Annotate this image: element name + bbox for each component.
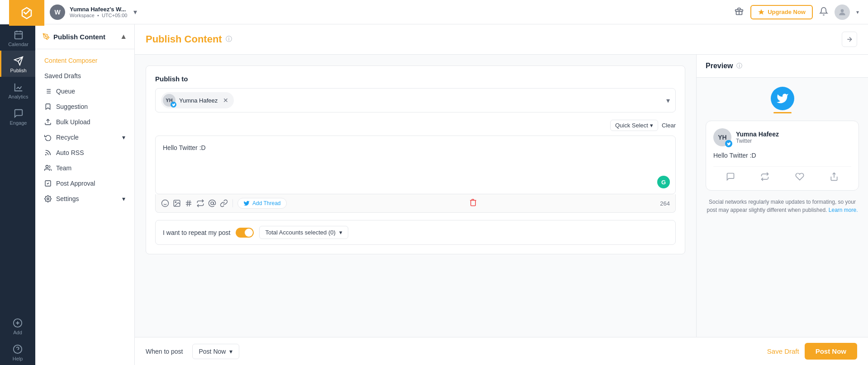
account-tag-name: Yumna Hafeez [179, 97, 218, 104]
sidebar-item-queue[interactable]: Queue [35, 84, 134, 99]
nav-item-engage[interactable]: Engage [0, 103, 35, 129]
publish-form: Publish to YH Yumna Hafeez [135, 55, 696, 337]
publish-form-inner: Publish to YH Yumna Hafeez [146, 66, 685, 254]
preview-post-text: Hello Twitter :D [713, 152, 851, 159]
save-draft-button[interactable]: Save Draft [767, 347, 799, 355]
quick-select-button[interactable]: Quick Select ▾ [610, 120, 658, 131]
nav-item-add[interactable]: Add [0, 313, 35, 339]
preview-card: YH Yumna Hafeez Twitter Hello Twitter :D [706, 121, 859, 191]
preview-panel: Preview ⓘ [696, 55, 868, 337]
total-accounts-select[interactable]: Total Accounts selected (0) ▾ [259, 226, 348, 239]
add-thread-button[interactable]: Add Thread [237, 198, 287, 209]
mention-icon[interactable] [208, 199, 216, 207]
sidebar-title: Publish Content [43, 33, 105, 41]
quick-select-chevron-icon: ▾ [650, 122, 653, 129]
post-text-content[interactable]: Hello Twitter :D [163, 143, 668, 153]
workspace-details: Yumna Hafeez's W... Workspace • UTC+05:0… [70, 6, 127, 18]
editor-toolbar: Add Thread 264 [155, 194, 676, 213]
app-container: Calendar Publish Analytics Engage Add He… [0, 0, 868, 365]
hashtag-icon[interactable] [185, 199, 193, 207]
text-editor[interactable]: Hello Twitter :D G [155, 136, 676, 194]
repeat-icon[interactable] [196, 199, 204, 207]
content-body: Publish to YH Yumna Hafeez [135, 55, 868, 337]
clear-button[interactable]: Clear [662, 122, 676, 129]
sidebar-item-recycle[interactable]: Recycle ▾ [35, 130, 134, 145]
svg-point-3 [841, 9, 844, 12]
gift-icon[interactable] [734, 6, 744, 18]
nav-item-help[interactable]: Help [0, 339, 35, 365]
account-tag-avatar: YH [163, 94, 175, 107]
preview-info-icon: ⓘ [736, 62, 742, 70]
svg-point-17 [46, 165, 48, 168]
account-selector[interactable]: YH Yumna Hafeez ✕ ▾ [155, 88, 676, 112]
info-icon: ⓘ [226, 35, 232, 43]
workspace-chevron-icon[interactable]: ▾ [133, 8, 137, 16]
sidebar-item-content-composer[interactable]: Content Composer [35, 53, 134, 68]
account-tag-close-icon[interactable]: ✕ [223, 97, 228, 104]
when-to-post-label: When to post [146, 348, 183, 355]
app-logo[interactable] [9, 0, 44, 26]
sidebar-menu: Content Composer Saved Drafts Queue Sugg… [35, 49, 134, 365]
emoji-icon[interactable] [161, 199, 169, 207]
collapse-panel-button[interactable] [842, 32, 857, 47]
link-icon[interactable] [220, 199, 228, 207]
account-selector-chevron-icon[interactable]: ▾ [666, 96, 670, 105]
learn-more-link[interactable]: Learn more. [829, 207, 858, 213]
user-avatar-chevron-icon[interactable]: ▾ [856, 9, 859, 15]
svg-line-28 [190, 200, 190, 206]
sidebar-item-post-approval[interactable]: Post Approval [35, 176, 134, 191]
nav-item-calendar[interactable]: Calendar [0, 24, 35, 51]
preview-share-icon [830, 172, 839, 183]
content-header: Publish Content ⓘ [135, 24, 868, 55]
svg-point-19 [47, 198, 49, 200]
post-when-select[interactable]: Post Now ▾ [192, 344, 240, 359]
sidebar-item-team[interactable]: Team [35, 160, 134, 176]
preview-retweet-icon [760, 172, 769, 183]
delete-post-icon[interactable] [469, 198, 477, 208]
publish-to-label: Publish to [155, 75, 676, 83]
nav-item-publish[interactable]: Publish [0, 51, 35, 77]
sidebar-item-settings[interactable]: Settings ▾ [35, 191, 134, 206]
page-title: Publish Content ⓘ [146, 33, 232, 45]
sidebar-item-saved-drafts[interactable]: Saved Drafts [35, 68, 134, 84]
topbar: W Yumna Hafeez's W... Workspace • UTC+05… [0, 0, 868, 24]
preview-twitter-badge-icon [725, 140, 732, 147]
sidebar: Publish Content ▲ Content Composer Saved… [35, 24, 135, 365]
svg-rect-4 [14, 32, 22, 39]
sidebar-item-auto-rss[interactable]: Auto RSS [35, 145, 134, 160]
workspace-sub: Workspace • UTC+05:00 [70, 13, 127, 18]
preview-user-platform: Twitter [736, 138, 779, 144]
preview-like-icon [795, 172, 804, 183]
post-when-chevron-icon: ▾ [229, 348, 232, 355]
preview-note: Social networks regularly make updates t… [706, 198, 859, 214]
toggle-knob [245, 229, 253, 237]
svg-line-27 [187, 200, 188, 206]
svg-point-29 [211, 202, 213, 205]
repeat-toggle[interactable] [236, 228, 254, 238]
sidebar-chevron-icon[interactable]: ▲ [120, 33, 127, 41]
workspace-name: Yumna Hafeez's W... [70, 6, 127, 13]
preview-comment-icon [726, 172, 735, 183]
post-now-button[interactable]: Post Now [805, 343, 857, 360]
sidebar-item-suggestion[interactable]: Suggestion [35, 99, 134, 114]
preview-twitter-icon [706, 87, 859, 113]
topbar-right: Upgrade Now ▾ [734, 5, 859, 20]
sidebar-item-bulk-upload[interactable]: Bulk Upload [35, 114, 134, 130]
notification-bell-icon[interactable] [819, 7, 828, 18]
preview-user-name: Yumna Hafeez [736, 131, 779, 138]
user-avatar[interactable] [835, 5, 850, 20]
repeat-label: I want to repeat my post [163, 229, 230, 236]
svg-point-8 [45, 36, 47, 37]
quick-select-row: Quick Select ▾ Clear [155, 120, 676, 131]
image-icon[interactable] [173, 199, 181, 207]
svg-point-20 [162, 200, 169, 207]
content-area: Publish Content ⓘ Publish to Y [135, 24, 868, 365]
workspace-avatar: W [50, 5, 65, 20]
twitter-badge-icon [171, 102, 176, 108]
nav-item-analytics[interactable]: Analytics [0, 77, 35, 103]
svg-point-24 [175, 201, 176, 202]
settings-chevron-icon: ▾ [122, 195, 125, 202]
upgrade-button[interactable]: Upgrade Now [750, 5, 813, 19]
preview-user-info: Yumna Hafeez Twitter [736, 131, 779, 144]
recycle-chevron-icon: ▾ [122, 134, 125, 141]
